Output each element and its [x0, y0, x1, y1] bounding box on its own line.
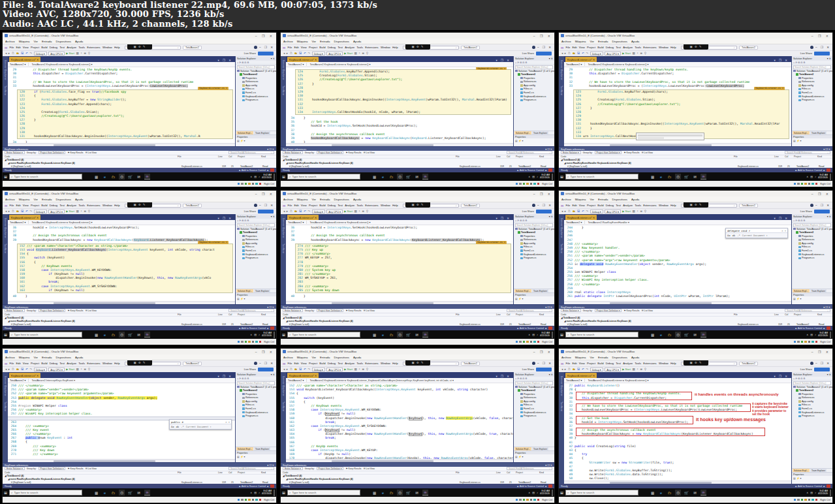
vs-menu-item[interactable]: View: [579, 362, 585, 365]
col-code[interactable]: Code: [5, 155, 10, 158]
mini-toolbar-icon[interactable]: ▣: [133, 361, 136, 365]
volume-icon[interactable]: ♪: [537, 175, 538, 178]
breadcrumb-path[interactable]: TotalAware2.KeyboardListener ▸ KeyboardL…: [588, 379, 648, 382]
file-explorer-icon[interactable]: 🗀: [388, 332, 394, 338]
scrollbar-thumb[interactable]: [332, 460, 434, 462]
vs-menu-item[interactable]: Extensions: [643, 362, 656, 365]
peek-document-tab[interactable]: KeyboardListener.cs ✕: [476, 241, 507, 244]
visual-studio-icon[interactable]: ∞: [144, 490, 150, 496]
vs-menu-item[interactable]: Tools: [635, 204, 641, 207]
toolbar-icon[interactable]: 🗋: [12, 368, 15, 371]
vbox-window-controls[interactable]: – ❐ ✕: [533, 34, 552, 38]
references-panel-controls[interactable]: ▾ ❐ ✕: [267, 148, 274, 151]
show-desktop-button[interactable]: [274, 332, 275, 338]
vbox-menu-item[interactable]: Archivo: [5, 40, 15, 43]
col-code[interactable]: Code: [283, 313, 288, 316]
side-tab-toolbox[interactable]: Toolbox: [560, 86, 563, 95]
code-line[interactable]: 261public delegate IntPtr LowLevelKeyboa…: [564, 294, 791, 298]
vs-menu-item[interactable]: View: [23, 362, 29, 365]
tray-chevron-icon[interactable]: ∧: [806, 175, 808, 178]
start-button[interactable]: ⊞: [4, 332, 7, 337]
camera-icon[interactable]: ⏣: [397, 490, 403, 496]
vbox-device-icon[interactable]: [811, 183, 814, 185]
vbox-menu-item[interactable]: Entrada: [598, 356, 608, 359]
toolbar-icon[interactable]: ≣: [640, 368, 642, 371]
start-button[interactable]: ⊞: [560, 490, 563, 495]
vs-menu-item[interactable]: Project: [31, 362, 39, 365]
notification-icon[interactable]: [270, 168, 274, 172]
task-view-icon[interactable]: ▦: [650, 174, 655, 180]
mini-toolbar-icon[interactable]: ✎: [421, 361, 424, 365]
side-tab-server-explorer[interactable]: Server Explorer: [560, 218, 563, 238]
breadcrumb-path[interactable]: TotalAware2.KeyboardListener ▸ KeyboardL…: [31, 63, 92, 66]
code-line[interactable]: 134 InterceptKeys.CallNextHookEx(hookId,…: [296, 110, 511, 114]
vs-menu-item[interactable]: Build: [319, 204, 325, 207]
mini-toolbar-icon[interactable]: ✎: [143, 45, 146, 49]
visual-studio-icon[interactable]: ∞: [701, 490, 706, 496]
col-code[interactable]: Code: [5, 313, 10, 316]
vbox-device-icon[interactable]: [533, 499, 536, 501]
match-case-button[interactable]: Aa: [727, 234, 731, 237]
side-tab-server-explorer[interactable]: Server Explorer: [560, 60, 563, 80]
vbox-mini-toolbar[interactable]: ▣⚙✎: [684, 360, 708, 366]
vs-menu-item[interactable]: Edit: [572, 362, 576, 365]
toolbar-icon[interactable]: 🖿: [16, 368, 20, 371]
panel-controls[interactable]: ▾ ✕: [549, 57, 553, 60]
debug-config-dropdown[interactable]: Debug ▾: [312, 368, 325, 371]
vbox-device-icon[interactable]: [259, 183, 262, 185]
col-project[interactable]: Project: [516, 313, 539, 316]
references-search-input[interactable]: Search Find All References⌕: [228, 151, 274, 154]
vbox-menu-item[interactable]: Entrada: [320, 356, 330, 359]
camera-icon[interactable]: ⏣: [397, 174, 403, 180]
vbox-menu-item[interactable]: Máquina: [297, 40, 308, 43]
vbox-menu-item[interactable]: Dispositivos: [612, 198, 627, 201]
col-line[interactable]: Line: [496, 471, 507, 474]
vbox-device-icon[interactable]: [259, 499, 262, 501]
network-icon[interactable]: ▤: [532, 491, 535, 494]
vbox-window-controls[interactable]: – ❐ ✕: [255, 34, 274, 38]
platform-dropdown[interactable]: Any CPU ▾: [326, 210, 343, 213]
taskbar-search[interactable]: ⌕Type here to search: [9, 174, 82, 180]
vs-window-controls[interactable]: – ❐ ✕: [537, 46, 552, 49]
vs-menu-item[interactable]: Help: [392, 362, 398, 365]
toolbar-icon[interactable]: ▦: [76, 368, 79, 371]
toolbar-icon[interactable]: ↶: [304, 210, 306, 213]
vbox-device-icon[interactable]: [815, 341, 818, 343]
vs-menu-item[interactable]: Tools: [78, 204, 85, 207]
edge-icon[interactable]: e: [658, 332, 664, 338]
vbox-device-icon[interactable]: [808, 341, 811, 343]
file-explorer-icon[interactable]: 🗀: [388, 174, 394, 180]
code-line[interactable]: 285/// System key down: [296, 289, 511, 292]
mail-icon[interactable]: ✉: [692, 490, 698, 496]
live-share-label[interactable]: Live Share: [244, 368, 256, 371]
find-close-icon[interactable]: ✕ ▾: [781, 229, 786, 232]
panel-controls[interactable]: ▾ ✕: [271, 57, 275, 60]
vs-menu-item[interactable]: Test: [338, 362, 343, 365]
vbox-menu-item[interactable]: Máquina: [297, 198, 308, 201]
show-desktop-button[interactable]: [830, 490, 831, 496]
toolbar-icon[interactable]: ≣: [84, 368, 86, 371]
horizontal-scrollbar[interactable]: [564, 480, 791, 484]
toolbar-icon[interactable]: ◂: [283, 52, 285, 55]
vbox-device-icon[interactable]: [797, 499, 800, 501]
breadcrumb-path[interactable]: TotalAware2.KeyboardListener ▸ KeyboardL…: [309, 221, 370, 224]
vs-menu-item[interactable]: Build: [319, 362, 325, 365]
horizontal-scrollbar[interactable]: [8, 143, 235, 146]
vbox-device-icon[interactable]: [238, 499, 240, 501]
toolbar-icon[interactable]: 🖫: [577, 368, 580, 371]
vbox-device-icon[interactable]: [797, 341, 800, 343]
toolbar-icon[interactable]: ⚲: [644, 368, 646, 371]
network-icon[interactable]: ▤: [254, 175, 257, 178]
vs-menu-item[interactable]: Edit: [572, 204, 576, 207]
vbox-window-controls[interactable]: – ❐ ✕: [533, 192, 552, 196]
debug-config-dropdown[interactable]: Debug ▾: [590, 368, 603, 371]
vs-menu-item[interactable]: Help: [670, 204, 676, 207]
add-to-source-control-button[interactable]: ▲ Add to Source Control ▲: [516, 485, 547, 488]
vbox-menu-item[interactable]: Dispositivos: [612, 40, 627, 43]
vs-menu-item[interactable]: Extensions: [87, 46, 100, 49]
live-share-label[interactable]: Live Share: [244, 210, 256, 213]
toolbar-icon[interactable]: 🖿: [16, 210, 20, 213]
mini-toolbar-icon[interactable]: ✎: [699, 203, 702, 207]
vs-menu-item[interactable]: Project: [309, 204, 317, 207]
vbox-device-icon[interactable]: [248, 183, 251, 185]
